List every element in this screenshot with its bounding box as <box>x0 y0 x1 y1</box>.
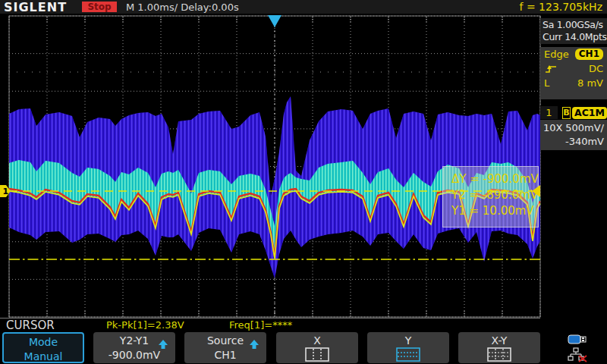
run-state-badge[interactable]: Stop <box>82 2 117 12</box>
memory-depth: Curr 14.0Mpts <box>543 31 607 43</box>
trigger-position-marker <box>268 15 281 27</box>
menu-button-y2y1[interactable]: Y2-Y1 -900.0mV <box>93 332 175 363</box>
button-label: Mode <box>4 334 83 350</box>
trigger-panel[interactable]: Edge CH1 DC L 8 mV <box>540 47 607 99</box>
sample-rate: Sa 1.00GSa/s <box>543 19 607 31</box>
channel-offset: -340mV <box>543 135 604 149</box>
menu-button-source[interactable]: Source CH1 <box>184 332 266 363</box>
menu-button-y-cursor[interactable]: Y <box>367 332 449 363</box>
header-bar: SIGLENT Stop M 1.00ms/ Delay:0.00s f = 1… <box>0 0 607 14</box>
volts-per-div: 500mV/ <box>565 121 604 135</box>
y-cursor-icon <box>393 347 423 362</box>
button-label: X <box>276 333 358 348</box>
button-value: -900.0mV <box>93 348 175 362</box>
status-bar: CURSOR Pk-Pk[1]=2.38V Freq[1]=**** <box>0 318 607 331</box>
trigger-level-label: L <box>544 77 549 89</box>
trigger-coupling: DC <box>589 63 603 74</box>
svg-text:1: 1 <box>3 187 9 196</box>
timebase-readout: M 1.00ms/ Delay:0.00s <box>126 2 239 13</box>
oscilloscope-screen: SIGLENT Stop M 1.00ms/ Delay:0.00s f = 1… <box>0 0 607 364</box>
menu-button-x-cursor[interactable]: X <box>276 332 358 363</box>
cursor-delta-value: ΔY = -900.0mV <box>443 171 538 187</box>
trigger-level-value: 8 mV <box>577 77 603 89</box>
usb-icon[interactable] <box>568 334 589 346</box>
bandwidth-limit-badge: B <box>562 107 571 119</box>
button-label: X-Y <box>458 333 540 348</box>
channel1-panel[interactable]: 1 B AC1M 10X 500mV/ -340mV <box>540 105 607 150</box>
trigger-type: Edge <box>544 49 569 60</box>
trigger-source-badge: CH1 <box>575 49 603 60</box>
lan-disconnected-icon[interactable] <box>568 347 587 362</box>
menu-button-mode[interactable]: Mode Manual <box>2 332 84 363</box>
measurement-pkpk: Pk-Pk[1]=2.38V <box>106 319 184 331</box>
button-value: Manual <box>4 350 83 363</box>
x-cursor-icon <box>302 347 332 362</box>
cursor-readout-box: ΔY = -900.0mV Y2 = -890.0mV Y1 = 10.00mV <box>442 166 539 228</box>
channel-number: 1 <box>540 106 558 119</box>
xy-cursor-icon <box>484 347 514 362</box>
menu-button-xy-cursor[interactable]: X-Y <box>458 332 540 363</box>
probe-attenuation: 10X <box>543 121 562 135</box>
channel-coupling-badge: AC1M <box>572 107 607 119</box>
up-arrow-icon <box>158 339 168 350</box>
button-value: CH1 <box>184 348 266 362</box>
button-label: Y <box>367 333 449 348</box>
channel1-ground-marker <box>0 185 11 197</box>
rising-edge-icon <box>544 64 558 74</box>
brand-logo: SIGLENT <box>4 0 67 14</box>
up-arrow-icon <box>249 339 259 350</box>
cursor-y1-value: Y1 = 10.00mV <box>443 203 538 219</box>
menu-title: CURSOR <box>6 318 55 332</box>
measurement-freq: Freq[1]=**** <box>229 319 292 331</box>
system-icons <box>568 334 589 362</box>
frequency-counter: f = 123.705kHz <box>520 1 602 13</box>
acquisition-panel: Sa 1.00GSa/s Curr 14.0Mpts <box>540 18 607 44</box>
cursor-y2-value: Y2 = -890.0mV <box>443 187 538 203</box>
